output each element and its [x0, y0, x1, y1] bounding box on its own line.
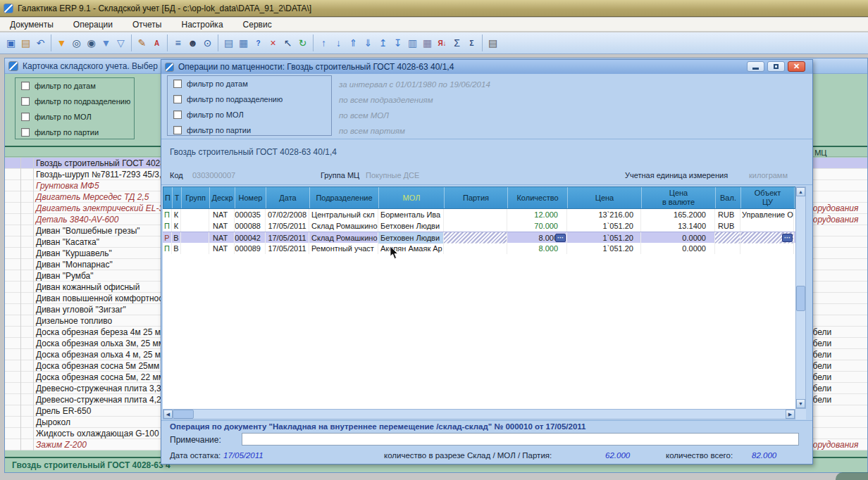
- unit-label: Учетная единица измерения: [625, 171, 728, 179]
- column-header-obj[interactable]: Объект ЦУ: [741, 187, 795, 208]
- filter-icon[interactable]: ▼: [54, 34, 69, 51]
- column-header-price_cur[interactable]: Цена в валюте: [642, 187, 716, 208]
- card-filter-row[interactable]: фильтр по партии: [16, 125, 134, 140]
- item-name: Дизельное топливо: [36, 315, 112, 327]
- cell-party: [444, 232, 507, 244]
- checkbox[interactable]: [173, 110, 182, 119]
- delete-doc-icon[interactable]: ×: [266, 34, 280, 51]
- cell-dept: Склад Ромашкино: [309, 220, 378, 232]
- to-top-icon[interactable]: ↥: [376, 34, 390, 51]
- cell-qty: 70.000: [507, 220, 567, 232]
- move-down-icon[interactable]: ↓: [331, 34, 346, 51]
- vertical-scroll-thumb[interactable]: [796, 286, 805, 311]
- item-name: Диван угловой "Зигзаг": [36, 304, 126, 315]
- find-add-icon[interactable]: ◉: [84, 34, 99, 51]
- column-header-date[interactable]: Дата: [266, 187, 310, 208]
- dialog-filter-row[interactable]: фильтр по партии: [168, 122, 331, 138]
- view-doc-icon[interactable]: А: [149, 34, 164, 51]
- close-button[interactable]: ✕: [788, 61, 805, 72]
- filter-label: фильтр по МОЛ: [35, 113, 92, 121]
- horizontal-scrollbar[interactable]: ◀ ▶: [163, 409, 795, 419]
- column-header-party[interactable]: Партия: [445, 187, 508, 208]
- cell-mol: Бетховен Людви: [378, 232, 444, 244]
- dialog-filter-row[interactable]: фильтр по датам: [168, 76, 331, 91]
- filter-doc-icon[interactable]: ▼: [99, 34, 113, 51]
- scroll-right-arrow[interactable]: ▶: [786, 410, 795, 419]
- menu-item[interactable]: Документы: [0, 18, 63, 31]
- table-row[interactable]: ПВNAT00008917/05/2011Ремонтный участАкоп…: [163, 243, 795, 254]
- dialog-titlebar[interactable]: Операции по матценности: Гвоздь строител…: [161, 60, 812, 74]
- column-header-p[interactable]: П: [163, 187, 173, 208]
- menu-item[interactable]: Настройка: [171, 18, 232, 31]
- checkbox[interactable]: [21, 128, 30, 137]
- copy-icon[interactable]: ▣: [4, 34, 18, 51]
- scroll-up-arrow[interactable]: ▲: [796, 187, 805, 196]
- table-row[interactable]: ПКNAT00008817/05/2011Склад РомашкиноБетх…: [163, 220, 795, 232]
- cell-mol: Борменталь Ива: [378, 209, 444, 220]
- column-header-num[interactable]: Номер: [235, 187, 266, 208]
- column-header-dept[interactable]: Подразделение: [310, 187, 379, 208]
- checkbox[interactable]: [173, 126, 182, 134]
- sum-icon[interactable]: Σ: [450, 34, 464, 51]
- horizontal-scroll-thumb[interactable]: [173, 410, 194, 419]
- sum-doc-icon[interactable]: Σ: [464, 34, 479, 51]
- ellipsis-button[interactable]: ···: [555, 234, 566, 242]
- dialog-filter-row[interactable]: фильтр по МОЛ: [168, 107, 331, 122]
- menu-item[interactable]: Отчеты: [123, 18, 171, 31]
- column-header-grp[interactable]: Групп: [182, 187, 210, 208]
- refresh-icon[interactable]: ↻: [295, 34, 310, 51]
- cell-price: 1`051.20: [567, 243, 641, 254]
- to-bottom-icon[interactable]: ↧: [390, 34, 405, 51]
- checkbox[interactable]: [21, 82, 30, 90]
- table-row[interactable]: РВNAT00004217/05/2011Склад РомашкиноБетх…: [163, 232, 795, 243]
- scroll-down-arrow[interactable]: ▼: [796, 399, 805, 408]
- menu-item[interactable]: Операции: [63, 18, 123, 31]
- doc-r-icon[interactable]: ▥: [405, 34, 420, 51]
- card-filter-row[interactable]: фильтр по МОЛ: [16, 109, 134, 125]
- calculator-icon[interactable]: ▦: [236, 34, 251, 51]
- column-header-descr[interactable]: Дескр: [210, 187, 235, 208]
- checkbox[interactable]: [173, 95, 182, 103]
- checkbox[interactable]: [21, 97, 30, 106]
- card-filter-row[interactable]: фильтр по датам: [16, 78, 134, 94]
- menu-item[interactable]: Сервис: [233, 18, 282, 31]
- column-header-cur[interactable]: Вал.: [716, 187, 741, 208]
- scroll-left-arrow[interactable]: ◀: [163, 410, 173, 419]
- column-header-t[interactable]: Т: [173, 187, 182, 208]
- filter-label: фильтр по подразделению: [187, 95, 283, 103]
- qty-total-label: количество всего:: [666, 451, 733, 460]
- page-down-icon[interactable]: ⇓: [361, 34, 376, 51]
- table-row[interactable]: ПКNAT00003507/02/2008Центральный склБорм…: [163, 209, 795, 220]
- print-icon[interactable]: ▤: [485, 34, 500, 51]
- move-up-icon[interactable]: ↑: [316, 34, 331, 51]
- doc-text-icon[interactable]: ▤: [221, 34, 236, 51]
- restore-button[interactable]: [767, 61, 785, 72]
- checkbox[interactable]: [21, 113, 30, 121]
- page-up-icon[interactable]: ⇑: [346, 34, 361, 51]
- column-header-mol[interactable]: МОЛ: [379, 187, 445, 208]
- cell-obj: Управление Об: [740, 209, 794, 220]
- find-icon[interactable]: ◎: [69, 34, 84, 51]
- dialog-filter-row[interactable]: фильтр по подразделению: [168, 91, 331, 107]
- rest-date-label: Дата остатка:: [170, 451, 221, 460]
- filter-doc-alt-icon[interactable]: ▽: [113, 34, 128, 51]
- edit-icon[interactable]: ✎: [135, 34, 149, 51]
- help-icon[interactable]: ?: [251, 34, 266, 51]
- item-name: Диван "Монпарнас": [36, 259, 113, 270]
- list-doc-icon[interactable]: ≡: [170, 34, 185, 51]
- paste-icon[interactable]: ▤: [18, 34, 33, 51]
- minimize-button[interactable]: [747, 61, 764, 72]
- card-filter-row[interactable]: фильтр по подразделению: [16, 94, 134, 109]
- undo-icon[interactable]: ↶: [33, 34, 48, 51]
- select-doc-icon[interactable]: ↖: [280, 34, 295, 51]
- user-doc-icon[interactable]: ☻: [185, 34, 200, 51]
- note-input[interactable]: [242, 433, 799, 446]
- table-grid-icon[interactable]: ▦: [420, 34, 435, 51]
- ellipsis-button[interactable]: ···: [782, 234, 793, 242]
- checkbox[interactable]: [173, 80, 182, 88]
- sort-az-icon[interactable]: Я↓: [435, 34, 450, 51]
- column-header-qty[interactable]: Количество: [508, 187, 568, 208]
- vertical-scrollbar[interactable]: ▲ ▼: [795, 187, 806, 409]
- column-header-price[interactable]: Цена: [568, 187, 642, 208]
- history-doc-icon[interactable]: ⊙: [200, 34, 215, 51]
